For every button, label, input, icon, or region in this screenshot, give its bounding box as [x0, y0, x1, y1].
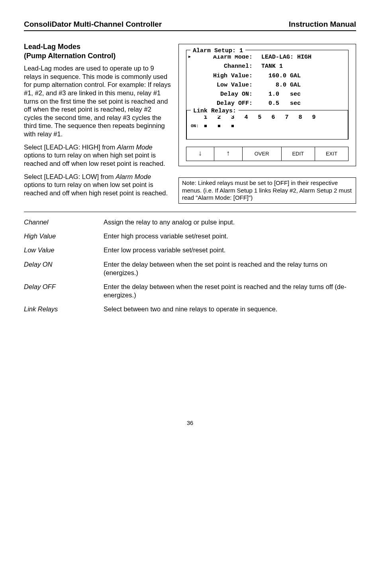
table-row: Delay ONEnter the delay between when the…	[24, 258, 356, 280]
section-heading: Lead-Lag Modes (Pump Alternation Control…	[24, 42, 171, 60]
link-relays-legend: Link Relays:	[191, 106, 239, 116]
paragraph-2: Select [LEAD-LAG: HIGH] from Alarm Mode …	[24, 143, 171, 168]
relay-num: 5	[253, 113, 266, 122]
table-row: Low ValueEnter low process variable set/…	[24, 243, 356, 257]
row-value: TANK 1	[253, 62, 283, 71]
relay-state	[212, 123, 226, 130]
header-right: Instruction Manual	[289, 20, 356, 29]
p2-part-b: options to turn relay on when high set p…	[24, 151, 165, 167]
def-desc: Enter the delay between when the reset p…	[104, 280, 356, 302]
paragraph-1: Lead-Lag modes are used to operate up to…	[24, 64, 171, 138]
heading-line1: Lead-Lag Modes	[24, 43, 80, 51]
horizontal-divider	[24, 212, 356, 212]
def-term: Low Value	[24, 243, 104, 257]
p2-part-a: Select [LEAD-LAG: HIGH] from	[24, 144, 117, 151]
def-desc: Enter low process variable set/reset poi…	[104, 243, 356, 257]
def-desc: Select between two and nine relays to op…	[104, 302, 356, 316]
edit-button[interactable]: EDIT	[282, 147, 315, 161]
def-desc: Assign the relay to any analog or pulse …	[104, 215, 356, 229]
def-term: Delay ON	[24, 258, 104, 280]
def-term: Channel	[24, 215, 104, 229]
relay-num: 7	[280, 113, 294, 122]
row-value: 160.0 GAL	[253, 71, 301, 81]
row-value: 1.0 sec	[253, 90, 301, 99]
p3-emphasis: Alarm Mode	[116, 173, 151, 180]
arrow-up-icon: ↑	[226, 149, 231, 157]
over-button[interactable]: OVER	[243, 147, 282, 161]
lcd-panel: Alarm Setup: 1 Alarm Mode:LEAD-LAG: HIGH…	[178, 44, 356, 166]
table-row: High ValueEnter high process variable se…	[24, 229, 356, 243]
table-row: Link RelaysSelect between two and nine r…	[24, 302, 356, 316]
relay-state	[199, 123, 212, 130]
filled-square-icon	[204, 125, 207, 127]
definitions-table: ChannelAssign the relay to any analog or…	[24, 215, 356, 316]
relay-state	[226, 123, 239, 130]
relay-on-row: ON:	[191, 123, 344, 130]
alarm-setup-fieldset: Alarm Setup: 1 Alarm Mode:LEAD-LAG: HIGH…	[186, 50, 349, 140]
page-number: 36	[24, 420, 356, 426]
alarm-setup-legend: Alarm Setup: 1	[190, 46, 245, 55]
link-relays-fieldset: Link Relays: 1 2 3 4 5 6 7 8 9	[186, 110, 348, 139]
def-desc: Enter high process variable set/reset po…	[104, 229, 356, 243]
def-term: Delay OFF	[24, 280, 104, 302]
table-row: ChannelAssign the relay to any analog or…	[24, 215, 356, 229]
lcd-row-low-value: Low Value: 8.0 GAL	[190, 81, 344, 90]
row-label: Channel:	[193, 62, 253, 71]
relay-num: 4	[239, 113, 253, 122]
row-label: High Value:	[193, 71, 253, 81]
def-term: High Value	[24, 229, 104, 243]
row-value: LEAD-LAG: HIGH	[253, 53, 311, 62]
p2-emphasis: Alarm Mode	[117, 144, 153, 151]
page-header: ConsoliDator Multi-Channel Controller In…	[24, 20, 356, 31]
paragraph-3: Select [LEAD-LAG: LOW] from Alarm Mode o…	[24, 173, 171, 197]
up-button[interactable]: ↑	[214, 147, 242, 161]
exit-button[interactable]: EXIT	[315, 147, 348, 161]
heading-line2: (Pump Alternation Control)	[24, 52, 116, 60]
table-row: Delay OFFEnter the delay between when th…	[24, 280, 356, 302]
filled-square-icon	[218, 125, 220, 127]
def-term: Link Relays	[24, 302, 104, 316]
lcd-row-channel: Channel:TANK 1	[190, 62, 344, 71]
filled-square-icon	[231, 125, 234, 127]
row-value: 0.5 sec	[253, 99, 301, 108]
relay-num: 8	[294, 113, 307, 122]
relay-num: 9	[307, 113, 321, 122]
lcd-row-high-value: High Value: 160.0 GAL	[190, 71, 344, 81]
p3-part-b: options to turn relay on when low set po…	[24, 181, 168, 197]
header-left: ConsoliDator Multi-Channel Controller	[24, 20, 162, 29]
on-label: ON:	[191, 123, 199, 130]
row-label: Delay ON:	[193, 90, 253, 99]
row-value: 8.0 GAL	[253, 81, 301, 90]
lcd-row-delay-on: Delay ON: 1.0 sec	[190, 90, 344, 99]
note-box: Note: Linked relays must be set to [OFF]…	[178, 177, 356, 204]
relay-num: 6	[266, 113, 280, 122]
arrow-down-icon: ↓	[198, 149, 202, 157]
p3-part-a: Select [LEAD-LAG: LOW] from	[24, 173, 116, 180]
def-desc: Enter the delay between when the set poi…	[104, 258, 356, 280]
lcd-button-bar: ↓ ↑ OVER EDIT EXIT	[186, 147, 349, 161]
down-button[interactable]: ↓	[186, 147, 214, 161]
row-label: Low Value:	[193, 81, 253, 90]
